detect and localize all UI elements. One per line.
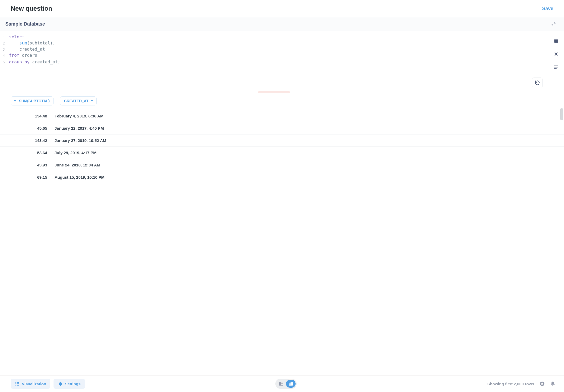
svg-rect-12 [18,385,19,386]
code-token: by [24,59,30,65]
list-icon [279,381,284,386]
svg-rect-2 [554,67,558,68]
table-view-toggle[interactable] [286,380,296,388]
column-header-label: SUM(SUBTOTAL) [19,99,50,103]
column-headers: SUM(SUBTOTAL) CREATED_AT [0,92,564,110]
cell-sum: 43.93 [0,163,55,167]
footer-right: Showing first 2,000 rows [487,381,555,386]
code-token [19,52,22,58]
editor-body: 1 select 2 sum(subtotal), 3 created_at 4… [0,31,564,92]
contract-editor-icon[interactable] [551,21,557,27]
svg-rect-7 [15,383,16,384]
header-bar: New question Save [0,0,564,17]
code-token: subtotal [30,40,50,46]
bell-icon[interactable] [550,381,555,386]
cell-created: January 22, 2017, 4:40 PM [55,126,104,130]
code-token: select [9,34,24,40]
line-number: 5 [0,59,9,65]
cell-sum: 53.64 [0,150,55,155]
table-icon [288,381,293,386]
table-row[interactable]: 45.65 January 22, 2017, 4:40 PM [0,122,564,134]
variables-icon[interactable] [553,51,559,57]
svg-rect-8 [17,383,18,384]
code-token: created_at [19,46,45,52]
cell-created: July 29, 2019, 4:17 PM [55,150,97,155]
detail-view-toggle[interactable] [276,380,286,388]
code-token: orders [22,52,37,58]
svg-rect-1 [554,66,558,66]
svg-rect-16 [289,382,293,385]
svg-rect-11 [17,385,18,386]
database-select[interactable]: Sample Database [5,21,45,27]
cell-sum: 134.48 [0,114,55,118]
results-table: 134.48 February 4, 2019, 6:36 AM 45.65 J… [0,110,564,183]
svg-rect-5 [17,382,18,383]
svg-rect-13 [280,382,283,385]
code-token [9,46,19,52]
cell-sum: 69.15 [0,175,55,179]
code-token: group [9,59,22,65]
snippets-icon[interactable] [553,64,559,70]
line-number: 3 [0,47,9,52]
view-mode-toggle [275,379,297,389]
download-icon[interactable] [540,381,545,386]
svg-rect-4 [15,382,16,383]
grid-icon [15,381,20,386]
save-button[interactable]: Save [542,6,553,11]
cell-created: June 24, 2018, 12:04 AM [55,163,100,167]
code-token [30,59,32,65]
chevron-down-icon [14,99,17,103]
settings-button[interactable]: Settings [54,379,85,389]
editor-sidebar [548,31,564,92]
svg-rect-10 [15,385,16,386]
table-row[interactable]: 143.42 January 27, 2019, 10:52 AM [0,134,564,146]
code-token [22,59,24,65]
footer-left: Visualization Settings [11,379,85,389]
cell-created: August 15, 2019, 10:10 PM [55,175,105,179]
line-number: 2 [0,40,9,46]
table-row[interactable]: 43.93 June 24, 2018, 12:04 AM [0,159,564,171]
cell-sum: 45.65 [0,126,55,130]
code-token: sum [19,40,27,46]
code-token: created_at [32,59,58,65]
code-token [9,40,19,46]
svg-rect-9 [18,383,19,384]
svg-rect-3 [554,68,557,69]
page-title: New question [11,5,52,12]
code-token: from [9,52,19,58]
table-row[interactable]: 53.64 July 29, 2019, 4:17 PM [0,146,564,159]
editor-cursor [61,59,61,63]
column-header-label: CREATED_AT [64,99,88,103]
cell-created: February 4, 2019, 6:36 AM [55,114,104,118]
cell-created: January 27, 2019, 10:52 AM [55,138,106,143]
cell-sum: 143.42 [0,138,55,143]
row-count: Showing first 2,000 rows [487,382,534,386]
svg-rect-0 [554,39,558,40]
sql-editor[interactable]: 1 select 2 sum(subtotal), 3 created_at 4… [0,31,548,92]
line-number: 1 [0,34,9,40]
table-row[interactable]: 134.48 February 4, 2019, 6:36 AM [0,110,564,122]
column-header-sum[interactable]: SUM(SUBTOTAL) [11,96,54,105]
code-token: ), [50,40,55,46]
settings-label: Settings [65,382,80,386]
run-query-button[interactable] [532,77,543,88]
footer-bar: Visualization Settings Showing first 2,0… [0,375,564,392]
results-scrollbar[interactable] [560,108,563,120]
code-token: ( [27,40,30,46]
results-panel: SUM(SUBTOTAL) CREATED_AT 134.48 February… [0,92,564,375]
gear-icon [58,381,63,386]
column-header-created-at[interactable]: CREATED_AT [60,96,97,105]
visualization-label: Visualization [22,382,46,386]
table-row[interactable]: 69.15 August 15, 2019, 10:10 PM [0,171,564,183]
visualization-button[interactable]: Visualization [11,379,50,389]
svg-rect-6 [18,382,19,383]
code-token: ; [58,59,60,65]
app-root: New question Save Sample Database 1 sele… [0,0,564,392]
chevron-down-icon [91,99,94,103]
data-reference-icon[interactable] [553,38,559,44]
native-query-editor: Sample Database 1 select 2 sum(subtotal)… [0,17,564,92]
line-number: 4 [0,53,9,59]
database-selector-row: Sample Database [0,17,564,31]
